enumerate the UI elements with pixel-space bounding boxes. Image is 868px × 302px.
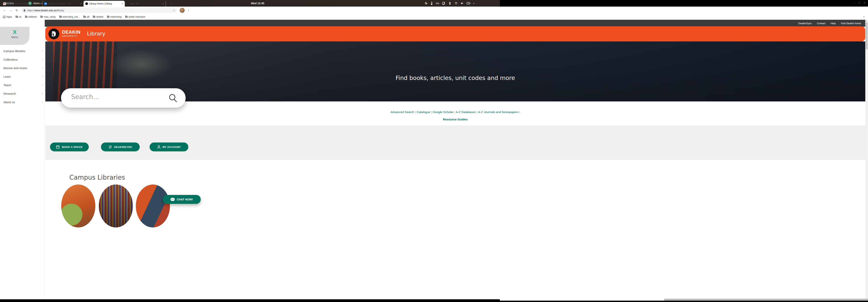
battery-icon[interactable]: [467, 2, 470, 4]
temperature-label: 3%: [436, 2, 439, 5]
action-band: BOOK A SPACE DEAKINSYNC MY ACCOUNT: [45, 126, 865, 160]
utility-bar: DeakinSyncContactHelpVisit Deakin home: [44, 20, 865, 27]
clock[interactable]: Wed 12:45: [251, 2, 264, 5]
brand-library: Library: [87, 31, 105, 37]
chrome-menu-icon[interactable]: ⋮: [187, 8, 190, 12]
sidebar-nav-item[interactable]: Teach›: [0, 81, 36, 90]
tab-close-icon[interactable]: ✕: [122, 2, 123, 5]
browser-tab[interactable]: New Tab ✕: [125, 1, 166, 7]
dropbox-icon[interactable]: [448, 2, 452, 5]
utility-link[interactable]: DeakinSync: [799, 22, 812, 25]
tab-close-icon[interactable]: ✕: [39, 2, 41, 5]
bookmarks-overflow-icon[interactable]: »: [863, 15, 868, 18]
sync-icon: [108, 145, 112, 149]
quick-link[interactable]: A-Z Journals and Newspapers: [478, 110, 520, 114]
bookmark-folder[interactable]: executing_not...: [59, 15, 80, 18]
calendar-icon: [56, 145, 60, 149]
sidebar-nav-item[interactable]: Learn›: [0, 72, 36, 81]
campus-libraries-heading: Campus Libraries: [69, 174, 125, 181]
volume-icon[interactable]: [461, 2, 464, 5]
sidebar-nav-item[interactable]: Collections›: [0, 55, 36, 64]
sidebar-nav-item[interactable]: Research›: [0, 90, 36, 98]
utility-link[interactable]: Help: [831, 22, 836, 25]
chat-now-button[interactable]: CHAT NOW!: [163, 195, 201, 204]
deakinsync-button[interactable]: DEAKINSYNC: [101, 142, 140, 152]
bookmark-folder[interactable]: afl: [83, 15, 89, 18]
folder-icon: [93, 16, 95, 18]
apps-icon: [3, 15, 5, 18]
maximize-icon[interactable]: ☐: [858, 1, 861, 4]
tablet-pen-icon[interactable]: [442, 2, 445, 5]
menu-toggle[interactable]: X Menu: [0, 27, 29, 45]
resource-guides-link[interactable]: Resource Guides: [45, 118, 865, 121]
library-search-input[interactable]: [71, 93, 164, 101]
utility-link[interactable]: Contact: [817, 22, 826, 25]
scrollbar-thumb[interactable]: [866, 23, 868, 49]
tab-favicon: 10: [44, 2, 47, 5]
quick-link[interactable]: Catalogue: [417, 110, 433, 114]
omnibox[interactable]: https://www.deakin.edu.au/library ☆: [21, 7, 177, 13]
chat-bubble-icon: [170, 198, 175, 201]
chevron-right-icon: ›: [42, 83, 43, 87]
deakin-library-page: DeakinSyncContactHelpVisit Deakin home X…: [0, 20, 868, 302]
bookmark-folder[interactable]: public transport: [125, 15, 145, 18]
back-icon[interactable]: ←: [3, 8, 6, 12]
reload-icon[interactable]: ↻: [16, 8, 18, 12]
folder-icon: [25, 16, 28, 18]
quick-link[interactable]: A-Z Databases: [456, 110, 478, 114]
bookmark-folder[interactable]: mac_setup: [40, 15, 56, 18]
library-search-box[interactable]: [61, 88, 186, 108]
wifi-icon[interactable]: [454, 2, 458, 5]
bookmark-folder[interactable]: skillsets: [25, 15, 37, 18]
thermometer-icon[interactable]: [431, 2, 433, 5]
sidebar-nav-item[interactable]: Borrow and renew›: [0, 64, 36, 72]
utility-link[interactable]: Visit Deakin home: [841, 22, 861, 25]
chevron-right-icon: ›: [42, 49, 43, 53]
tab-close-icon[interactable]: ✕: [80, 2, 82, 5]
browser-tab[interactable]: Inbox - anjsimmo@gm ✕: [2, 1, 42, 7]
campus-photo[interactable]: [99, 184, 133, 228]
search-icon[interactable]: [168, 94, 178, 102]
chrome-toolbar: ← → ↻ https://www.deakin.edu.au/library …: [0, 7, 868, 14]
apps-shortcut[interactable]: Apps: [3, 15, 12, 18]
page-scrollbar[interactable]: ▲ ▼: [865, 20, 868, 302]
tab-close-icon[interactable]: ✕: [162, 2, 164, 5]
folder-icon: [40, 16, 43, 18]
chrome-tabstrip: Inbox - anjsimmo@gm ✕ 10 Google Calendar…: [0, 0, 204, 7]
new-tab-button[interactable]: +: [170, 2, 172, 6]
browser-tab[interactable]: Library Home | Library ✕: [84, 1, 125, 7]
close-icon[interactable]: ✕: [864, 1, 866, 4]
quick-link[interactable]: Advanced Search: [391, 110, 417, 114]
bookmark-folder[interactable]: interesting: [107, 15, 122, 18]
user-icon: [157, 145, 161, 149]
campus-photo[interactable]: [61, 184, 95, 228]
chevron-right-icon: ›: [42, 91, 43, 95]
bottom-black: [0, 301, 868, 302]
tab-favicon: [85, 2, 88, 5]
system-menu-chevron[interactable]: ▾: [473, 2, 474, 4]
campus-photo[interactable]: [136, 184, 170, 228]
bookmark-folder[interactable]: os: [16, 15, 22, 18]
tab-favicon: [126, 2, 129, 5]
sidebar-nav-item[interactable]: About us›: [0, 98, 36, 106]
scroll-up-icon[interactable]: ▲: [866, 20, 867, 22]
bookmarks-bar: Apps osskillsetsmac_setupexecuting_not..…: [0, 14, 868, 20]
quick-link[interactable]: Google Scholar: [433, 110, 456, 114]
folder-icon: [107, 16, 110, 18]
deakin-logo[interactable]: [49, 29, 59, 39]
sidebar-nav-item[interactable]: Campus libraries›: [0, 47, 36, 55]
chevron-right-icon: ›: [42, 100, 43, 104]
slack-tray-icon[interactable]: [424, 2, 428, 5]
profile-avatar[interactable]: [180, 8, 185, 13]
chevron-right-icon: ›: [42, 66, 43, 70]
quick-links: Advanced SearchCatalogueGoogle ScholarA-…: [45, 110, 865, 114]
my-account-button[interactable]: MY ACCOUNT: [150, 142, 188, 152]
bookmark-star-icon[interactable]: ☆: [173, 9, 175, 12]
forward-icon[interactable]: →: [9, 8, 12, 12]
minimize-icon[interactable]: –: [854, 1, 855, 4]
book-a-space-button[interactable]: BOOK A SPACE: [50, 142, 89, 152]
folder-icon: [125, 16, 128, 18]
browser-tab[interactable]: 10 Google Calendar - Jul ✕: [42, 1, 84, 7]
bookmark-folder[interactable]: deakin: [93, 15, 103, 18]
chevron-right-icon: ›: [42, 74, 43, 78]
